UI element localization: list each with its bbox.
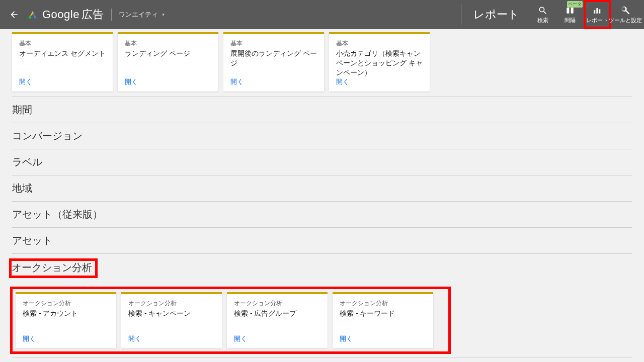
report-card[interactable]: オークション分析 検索 - キャンペーン 開く bbox=[121, 292, 222, 348]
search-label: 検索 bbox=[537, 17, 548, 24]
highlight-auction-cards: オークション分析 検索 - アカウント 開く オークション分析 検索 - キャン… bbox=[10, 287, 451, 354]
tools-action[interactable]: ツールと設定 bbox=[611, 0, 640, 29]
section-label[interactable]: ラベル bbox=[12, 149, 632, 175]
card-open-link[interactable]: 開く bbox=[234, 334, 320, 343]
report-card[interactable]: 基本 展開後のランディング ページ 開く bbox=[223, 32, 324, 92]
chevron-right-icon bbox=[161, 12, 166, 17]
back-button[interactable] bbox=[8, 9, 20, 21]
section-conversion[interactable]: コンバージョン bbox=[12, 123, 632, 149]
svg-rect-5 bbox=[599, 9, 600, 13]
section-region[interactable]: 地域 bbox=[12, 175, 632, 201]
section-period[interactable]: 期間 bbox=[12, 97, 632, 123]
svg-point-0 bbox=[29, 16, 32, 19]
report-action[interactable]: レポート bbox=[584, 0, 611, 29]
card-open-link[interactable]: 開く bbox=[19, 77, 106, 86]
search-action[interactable]: 検索 bbox=[529, 0, 556, 29]
card-open-link[interactable]: 開く bbox=[23, 334, 109, 343]
search-icon bbox=[538, 6, 548, 16]
main-content: 基本 オーディエンス セグメント 開く 基本 ランディング ページ 開く 基本 … bbox=[0, 29, 644, 362]
report-card[interactable]: 基本 ランディング ページ 開く bbox=[118, 32, 218, 92]
interval-icon bbox=[565, 6, 575, 16]
report-card[interactable]: 基本 オーディエンス セグメント 開く bbox=[12, 32, 113, 92]
card-open-link[interactable]: 開く bbox=[340, 334, 426, 343]
auction-card-row: オークション分析 検索 - アカウント 開く オークション分析 検索 - キャン… bbox=[16, 292, 445, 348]
interval-action[interactable]: 間隔 bbox=[556, 0, 584, 29]
report-card[interactable]: オークション分析 検索 - 広告グループ 開く bbox=[227, 292, 328, 348]
section-asset[interactable]: アセット bbox=[12, 227, 632, 253]
card-open-link[interactable]: 開く bbox=[125, 77, 211, 86]
card-open-link[interactable]: 開く bbox=[230, 77, 317, 86]
section-asset-legacy[interactable]: アセット（従来版） bbox=[12, 201, 632, 227]
card-title: ランディング ページ bbox=[125, 49, 211, 77]
card-category: 基本 bbox=[230, 39, 317, 48]
brand-text: Google広告 bbox=[42, 7, 104, 22]
divider bbox=[461, 4, 461, 25]
brand-ads: 広告 bbox=[82, 8, 104, 21]
report-card[interactable]: オークション分析 検索 - アカウント 開く bbox=[16, 292, 116, 348]
card-title: 検索 - キャンペーン bbox=[128, 309, 215, 334]
tools-label: ツールと設定 bbox=[609, 17, 642, 24]
account-label: ワンエイティ bbox=[119, 10, 158, 19]
divider bbox=[111, 9, 112, 21]
account-switcher[interactable]: ワンエイティ bbox=[119, 10, 166, 19]
section-auction-label: オークション分析 bbox=[12, 262, 92, 273]
svg-rect-2 bbox=[571, 8, 574, 14]
nav-report-label: レポート bbox=[468, 0, 529, 29]
card-category: 基本 bbox=[336, 39, 423, 48]
wrench-icon bbox=[620, 6, 630, 16]
svg-rect-1 bbox=[567, 8, 569, 14]
brand-google: Google bbox=[42, 8, 79, 21]
report-label: レポート bbox=[586, 17, 608, 24]
app-header: Google広告 ワンエイティ レポート 検索 間隔 レポート bbox=[0, 0, 644, 29]
card-title: 検索 - アカウント bbox=[23, 309, 109, 334]
section-display-video[interactable]: ディスプレイ/動画 bbox=[12, 357, 632, 362]
interval-label: 間隔 bbox=[565, 17, 576, 24]
card-title: 検索 - キーワード bbox=[340, 309, 426, 334]
card-category: オークション分析 bbox=[340, 299, 426, 308]
card-category: オークション分析 bbox=[234, 299, 320, 308]
card-category: オークション分析 bbox=[23, 299, 109, 308]
card-category: 基本 bbox=[125, 39, 211, 48]
basic-card-row: 基本 オーディエンス セグメント 開く 基本 ランディング ページ 開く 基本 … bbox=[12, 30, 632, 97]
report-icon bbox=[592, 6, 602, 16]
card-title: 検索 - 広告グループ bbox=[234, 309, 320, 334]
card-title: 小売カテゴリ（検索キャンペーンとショッピング キャンペーン） bbox=[336, 49, 423, 77]
brand-logo[interactable]: Google広告 bbox=[27, 7, 104, 22]
section-auction[interactable]: オークション分析 bbox=[12, 253, 632, 283]
card-category: オークション分析 bbox=[128, 299, 215, 308]
card-title: 展開後のランディング ページ bbox=[230, 49, 317, 77]
card-open-link[interactable]: 開く bbox=[128, 334, 215, 343]
header-right: レポート 検索 間隔 レポート ツールと設定 bbox=[454, 0, 640, 29]
card-category: 基本 bbox=[19, 39, 106, 48]
card-open-link[interactable]: 開く bbox=[336, 77, 423, 86]
card-title: オーディエンス セグメント bbox=[19, 49, 106, 77]
report-card[interactable]: 基本 小売カテゴリ（検索キャンペーンとショッピング キャンペーン） 開く bbox=[329, 32, 430, 92]
svg-rect-3 bbox=[594, 10, 595, 14]
svg-rect-4 bbox=[596, 8, 598, 14]
highlight-auction-label: オークション分析 bbox=[9, 258, 98, 278]
google-ads-logo-icon bbox=[27, 9, 38, 20]
report-card[interactable]: オークション分析 検索 - キーワード 開く bbox=[333, 292, 433, 348]
